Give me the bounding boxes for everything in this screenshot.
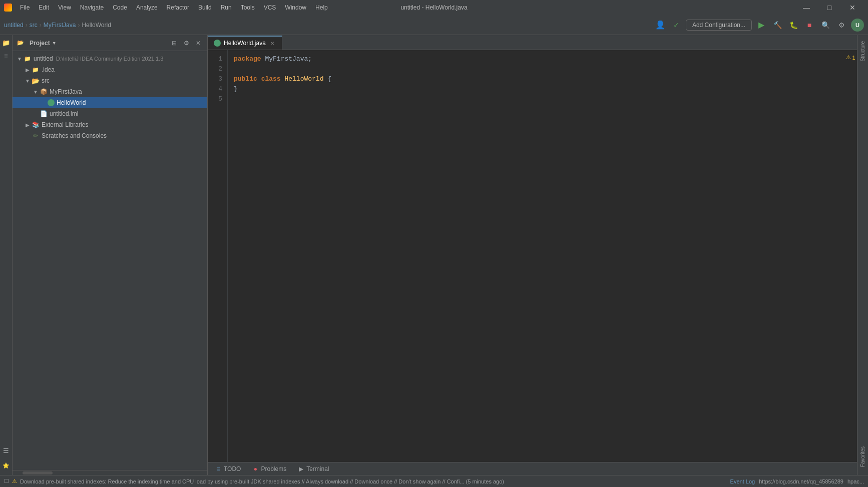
menu-run[interactable]: Run bbox=[217, 3, 236, 13]
toolbar-right: 👤 ✓ Add Configuration... ▶ 🔨 🐛 ■ 🔍 ⚙ U bbox=[654, 19, 864, 32]
stop-button[interactable]: ■ bbox=[803, 19, 816, 32]
status-message: Download pre-built shared indexes: Reduc… bbox=[20, 478, 504, 484]
tree-node-src[interactable]: 📂 src bbox=[13, 75, 207, 86]
panel-settings[interactable]: ⚙ bbox=[181, 38, 191, 48]
menu-code[interactable]: Code bbox=[109, 3, 131, 13]
status-url: https://blog.csdn.net/qq_45856289 bbox=[759, 478, 843, 484]
editor-tab-helloworld[interactable]: HelloWorld.java ✕ bbox=[208, 36, 282, 50]
status-right: Event Log https://blog.csdn.net/qq_45856… bbox=[730, 478, 864, 484]
status-suffix: hpac... bbox=[847, 478, 864, 484]
ext-lib-icon: 📚 bbox=[32, 121, 40, 129]
menu-build[interactable]: Build bbox=[194, 3, 216, 13]
user-avatar[interactable]: U bbox=[851, 19, 864, 32]
account-icon[interactable]: 👤 bbox=[654, 19, 667, 32]
line-num-2: 2 bbox=[208, 64, 225, 74]
tree-node-untitled[interactable]: 📁 untitled D:\IntelliJ IDEA Community Ed… bbox=[13, 53, 207, 64]
tree-arrow-untitled bbox=[17, 56, 23, 62]
tree-node-scratches[interactable]: ✏ Scratches and Consoles bbox=[13, 130, 207, 141]
project-panel-scrollbar[interactable] bbox=[13, 470, 207, 475]
menu-view[interactable]: View bbox=[54, 3, 75, 13]
menu-analyze[interactable]: Analyze bbox=[132, 3, 162, 13]
tree-node-helloworld[interactable]: HelloWorld bbox=[13, 97, 207, 108]
tree-node-myfirstjava[interactable]: 📦 MyFirstJava bbox=[13, 86, 207, 97]
tree-node-idea[interactable]: 📁 .idea bbox=[13, 64, 207, 75]
line-num-3: 3 bbox=[208, 74, 225, 84]
run-button[interactable]: ▶ bbox=[755, 19, 768, 32]
panel-dropdown-arrow: ▼ bbox=[52, 41, 57, 46]
tree-label-untitlediml: untitled.iml bbox=[50, 110, 78, 117]
tab-close-button[interactable]: ✕ bbox=[269, 40, 276, 47]
right-sidebar-structure[interactable]: Structure bbox=[859, 37, 866, 66]
left-sidebar-strip: 📁 ≡ ☰ ⭐ bbox=[0, 35, 13, 475]
panel-header-actions: ⊟ ⚙ ✕ bbox=[169, 38, 203, 48]
debug-button[interactable]: 🐛 bbox=[787, 19, 800, 32]
project-folder-icon: 📂 bbox=[17, 39, 25, 47]
tab-todo[interactable]: ≡ TODO bbox=[210, 464, 246, 474]
tree-node-externallibs[interactable]: 📚 External Libraries bbox=[13, 119, 207, 130]
tree-arrow-myfirstjava bbox=[33, 89, 39, 95]
minimize-button[interactable]: — bbox=[795, 0, 818, 15]
warning-gutter: ⚠ 1 ⌄ bbox=[850, 50, 857, 462]
project-panel: 📂 Project ▼ ⊟ ⚙ ✕ 📁 untitled D:\IntelliJ… bbox=[13, 35, 208, 475]
status-warning: ⚠ bbox=[12, 478, 17, 484]
menu-tools[interactable]: Tools bbox=[237, 3, 259, 13]
editor-wrapper: HelloWorld.java ✕ 1 2 3 4 5 package MyFi… bbox=[208, 35, 868, 475]
line-num-5: 5 bbox=[208, 94, 225, 104]
left-sidebar-bottom-icon1[interactable]: ☰ bbox=[1, 445, 12, 456]
right-sidebar-favorites[interactable]: Favorites bbox=[859, 442, 866, 471]
menu-window[interactable]: Window bbox=[281, 3, 310, 13]
panel-close[interactable]: ✕ bbox=[193, 38, 203, 48]
tab-problems-label: Problems bbox=[261, 465, 286, 472]
tree-arrow-helloworld bbox=[41, 100, 47, 106]
tree-arrow-iml bbox=[33, 111, 39, 117]
breadcrumb-sep2: › bbox=[40, 22, 42, 29]
project-dropdown[interactable]: Project ▼ bbox=[30, 40, 57, 47]
breadcrumb-package[interactable]: MyFirstJava bbox=[44, 22, 76, 29]
menu-vcs[interactable]: VCS bbox=[260, 3, 280, 13]
maximize-button[interactable]: □ bbox=[818, 0, 841, 15]
settings-button[interactable]: ⚙ bbox=[835, 19, 848, 32]
right-sidebar-strip: Structure Favorites bbox=[857, 35, 868, 475]
menu-file[interactable]: File bbox=[16, 3, 34, 13]
tab-problems[interactable]: ● Problems bbox=[247, 464, 291, 474]
tab-todo-label: TODO bbox=[224, 465, 241, 472]
todo-icon: ≡ bbox=[215, 465, 222, 472]
breadcrumb: untitled › src › MyFirstJava › HelloWorl… bbox=[4, 22, 111, 29]
menu-help[interactable]: Help bbox=[311, 3, 332, 13]
breadcrumb-root[interactable]: untitled bbox=[4, 22, 24, 29]
warning-icon: ⚠ bbox=[846, 54, 851, 61]
package-icon-myfirstjava: 📦 bbox=[40, 88, 48, 96]
menu-refactor[interactable]: Refactor bbox=[163, 3, 193, 13]
tree-label-scratches: Scratches and Consoles bbox=[42, 132, 107, 139]
search-button[interactable]: 🔍 bbox=[819, 19, 832, 32]
tree-node-untitlediml[interactable]: 📄 untitled.iml bbox=[13, 108, 207, 119]
build-button[interactable]: 🔨 bbox=[771, 19, 784, 32]
add-configuration-button[interactable]: Add Configuration... bbox=[686, 20, 752, 31]
java-icon-helloworld bbox=[48, 99, 55, 106]
panel-collapse-all[interactable]: ⊟ bbox=[169, 38, 179, 48]
tab-java-icon bbox=[214, 40, 221, 47]
status-left: ☐ ⚠ Download pre-built shared indexes: R… bbox=[4, 478, 504, 484]
window-title: untitled - HelloWorld.java bbox=[400, 4, 467, 11]
breadcrumb-src[interactable]: src bbox=[30, 22, 38, 29]
tree-arrow-extlibs bbox=[25, 122, 31, 128]
main-content: 📁 ≡ ☰ ⭐ 📂 Project ▼ ⊟ ⚙ ✕ 📁 unti bbox=[0, 35, 868, 475]
event-log-link[interactable]: Event Log bbox=[730, 478, 755, 484]
left-sidebar-structure-icon[interactable]: ≡ bbox=[1, 50, 12, 61]
window-controls: — □ ✕ bbox=[795, 0, 864, 15]
tab-terminal[interactable]: ▶ Terminal bbox=[292, 464, 334, 474]
left-sidebar-bottom-icon2[interactable]: ⭐ bbox=[1, 460, 12, 471]
vcs-icon[interactable]: ✓ bbox=[670, 19, 683, 32]
terminal-icon: ▶ bbox=[297, 465, 304, 472]
close-button[interactable]: ✕ bbox=[841, 0, 864, 15]
tab-filename: HelloWorld.java bbox=[224, 40, 266, 47]
menu-edit[interactable]: Edit bbox=[35, 3, 53, 13]
warning-chevron[interactable]: ⌄ bbox=[856, 54, 857, 61]
warning-count: 1 bbox=[852, 55, 855, 61]
menu-navigate[interactable]: Navigate bbox=[76, 3, 108, 13]
file-tree: 📁 untitled D:\IntelliJ IDEA Community Ed… bbox=[13, 51, 207, 470]
toolbar: untitled › src › MyFirstJava › HelloWorl… bbox=[0, 15, 868, 35]
code-editor[interactable]: package MyFirstJava; public class HelloW… bbox=[228, 50, 850, 462]
left-sidebar-project-icon[interactable]: 📁 bbox=[1, 37, 12, 48]
tree-label-untitled: untitled bbox=[34, 55, 53, 62]
